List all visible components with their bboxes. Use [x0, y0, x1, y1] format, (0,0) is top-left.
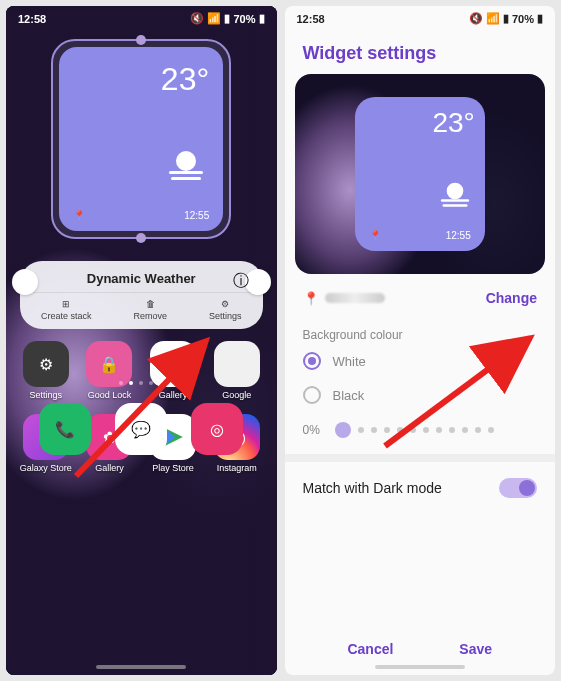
- status-right: 🔇 📶 ▮ 70% ▮: [469, 12, 543, 25]
- nav-bar[interactable]: [96, 665, 186, 669]
- radio-label: White: [333, 354, 366, 369]
- app-label: Galaxy Store: [20, 463, 72, 473]
- weather-foggy-icon: [165, 149, 207, 185]
- phone-home-screen: 12:58 🔇 📶 ▮ 70% ▮ 23° 📍 12:55: [6, 6, 277, 675]
- dot-active: [129, 381, 133, 385]
- battery-text: 70%: [233, 13, 255, 25]
- signal-icon: ▮: [503, 12, 509, 25]
- location-pin-icon: 📍: [369, 230, 381, 241]
- gear-icon: ⚙: [221, 299, 229, 309]
- location-row: 📍 Change: [285, 274, 556, 322]
- svg-rect-2: [171, 177, 201, 180]
- temperature: 23°: [73, 61, 209, 98]
- app-goodlock[interactable]: 🔒Good Lock: [80, 341, 140, 400]
- opacity-slider-row: 0%: [285, 412, 556, 454]
- app-label: Google: [222, 390, 251, 400]
- trash-icon: 🗑: [146, 299, 155, 309]
- slider-thumb[interactable]: [335, 422, 351, 438]
- page-indicator[interactable]: [6, 381, 277, 385]
- nav-bar[interactable]: [375, 665, 465, 669]
- radio-black[interactable]: Black: [285, 378, 556, 412]
- save-button[interactable]: Save: [459, 641, 492, 657]
- dot: [139, 381, 143, 385]
- svg-point-4: [446, 183, 463, 200]
- page-title: Widget settings: [285, 29, 556, 74]
- cancel-button[interactable]: Cancel: [347, 641, 393, 657]
- status-right: 🔇 📶 ▮ 70% ▮: [190, 12, 264, 25]
- dot: [119, 381, 123, 385]
- change-location-link[interactable]: Change: [486, 290, 537, 306]
- battery-icon: ▮: [259, 12, 265, 25]
- app-label: Gallery: [159, 390, 188, 400]
- dock-phone[interactable]: 📞: [39, 403, 91, 455]
- svg-point-0: [176, 151, 196, 171]
- phone-widget-settings: 12:58 🔇 📶 ▮ 70% ▮ Widget settings 23° 📍 …: [285, 6, 556, 675]
- mute-icon: 🔇: [469, 12, 483, 25]
- status-bar: 12:58 🔇 📶 ▮ 70% ▮: [6, 6, 277, 29]
- battery-text: 70%: [512, 13, 534, 25]
- temperature: 23°: [365, 107, 475, 139]
- create-stack-button[interactable]: ⊞ Create stack: [41, 299, 92, 321]
- dark-mode-toggle[interactable]: [499, 478, 537, 498]
- radio-label: Black: [333, 388, 365, 403]
- battery-icon: ▮: [537, 12, 543, 25]
- widget-time: 12:55: [184, 210, 209, 221]
- widget-context-menu: Dynamic Weather ⓘ ⊞ Create stack 🗑 Remov…: [20, 261, 263, 329]
- settings-button[interactable]: ⚙ Settings: [209, 299, 242, 321]
- dark-mode-toggle-row: Match with Dark mode: [285, 462, 556, 514]
- svg-rect-1: [169, 171, 203, 174]
- widget-preview: 23° 📍 12:55: [295, 74, 546, 274]
- widget-time: 12:55: [446, 230, 471, 241]
- background-colour-label: Background colour: [285, 322, 556, 344]
- widget-selection-frame[interactable]: 23° 📍 12:55: [51, 39, 231, 239]
- svg-rect-5: [441, 199, 469, 202]
- radio-icon: [303, 386, 321, 404]
- weather-foggy-icon: [437, 181, 473, 211]
- status-time: 12:58: [297, 13, 325, 25]
- dock: 📞 💬 ◎: [6, 403, 277, 455]
- app-label: Settings: [30, 390, 63, 400]
- location-name-blurred: [325, 293, 385, 303]
- settings-label: Settings: [209, 311, 242, 321]
- location-pin-icon: 📍: [303, 291, 319, 306]
- dark-mode-label: Match with Dark mode: [303, 480, 442, 496]
- radio-icon-checked: [303, 352, 321, 370]
- google-search-behind: [12, 269, 38, 295]
- create-stack-label: Create stack: [41, 311, 92, 321]
- weather-widget[interactable]: 23° 📍 12:55: [59, 47, 223, 231]
- location-pin-icon: 📍: [73, 210, 85, 221]
- info-icon[interactable]: ⓘ: [233, 271, 249, 292]
- radio-white[interactable]: White: [285, 344, 556, 378]
- dock-messages[interactable]: 💬: [115, 403, 167, 455]
- status-bar: 12:58 🔇 📶 ▮ 70% ▮: [285, 6, 556, 29]
- wifi-icon: 📶: [207, 12, 221, 25]
- dot: [159, 381, 163, 385]
- app-label: Play Store: [152, 463, 194, 473]
- app-label: Instagram: [217, 463, 257, 473]
- opacity-slider[interactable]: [335, 422, 538, 438]
- opacity-value: 0%: [303, 423, 327, 437]
- status-time: 12:58: [18, 13, 46, 25]
- wifi-icon: 📶: [486, 12, 500, 25]
- weather-widget-preview: 23° 📍 12:55: [355, 97, 485, 251]
- app-google-folder[interactable]: Google: [207, 341, 267, 400]
- mute-icon: 🔇: [190, 12, 204, 25]
- app-label: Good Lock: [88, 390, 132, 400]
- remove-button[interactable]: 🗑 Remove: [133, 299, 167, 321]
- svg-rect-6: [442, 204, 467, 207]
- signal-icon: ▮: [224, 12, 230, 25]
- remove-label: Remove: [133, 311, 167, 321]
- stack-icon: ⊞: [62, 299, 70, 309]
- context-menu-title: Dynamic Weather: [87, 271, 196, 286]
- section-divider: [285, 454, 556, 462]
- dock-camera[interactable]: ◎: [191, 403, 243, 455]
- bottom-action-bar: Cancel Save: [285, 641, 556, 657]
- app-label: Gallery: [95, 463, 124, 473]
- dot: [149, 381, 153, 385]
- app-settings[interactable]: ⚙Settings: [16, 341, 76, 400]
- app-gallery-launcher[interactable]: ◧Gallery: [143, 341, 203, 400]
